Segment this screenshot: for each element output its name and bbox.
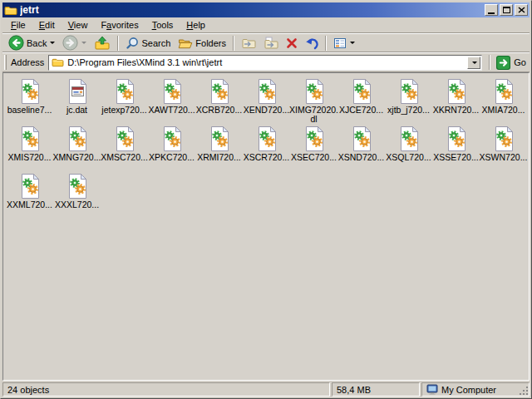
file-label: XXXL720... — [55, 200, 99, 209]
file-item[interactable]: XXML720... — [6, 173, 53, 220]
back-button[interactable]: Back — [5, 34, 58, 52]
go-button[interactable] — [496, 56, 510, 70]
object-count-text: 24 objects — [7, 385, 49, 395]
back-dropdown-caret[interactable] — [50, 42, 55, 44]
forward-icon — [62, 35, 78, 51]
file-item[interactable]: XEND720... — [243, 78, 290, 126]
file-item[interactable]: XSSE720... — [432, 126, 480, 173]
address-bar-grip[interactable] — [4, 55, 7, 70]
file-label: XSEC720... — [291, 153, 337, 162]
dll-file-icon — [301, 78, 328, 105]
file-label: xjtb_j720... — [387, 106, 430, 115]
close-button[interactable] — [515, 4, 528, 16]
search-button[interactable]: Search — [122, 34, 174, 52]
delete-icon — [286, 37, 298, 49]
back-label: Back — [27, 38, 47, 48]
dll-file-icon — [254, 78, 280, 105]
views-dropdown-caret[interactable] — [350, 42, 355, 44]
chevron-down-icon — [472, 62, 477, 64]
file-item[interactable]: XXXL720... — [53, 173, 101, 220]
dll-file-icon — [396, 126, 422, 152]
undo-button[interactable] — [302, 34, 322, 52]
forward-dropdown-caret[interactable] — [81, 42, 86, 44]
file-item[interactable]: XSCR720... — [243, 126, 290, 173]
file-item[interactable]: XIMG72020. dl — [290, 78, 337, 126]
file-label: XCRB720... — [196, 106, 242, 115]
file-item[interactable]: XSWN720... — [480, 126, 527, 173]
dll-file-icon — [206, 126, 233, 152]
status-location: My Computer — [421, 382, 530, 397]
go-label: Go — [514, 57, 526, 67]
menu-file[interactable]: File — [4, 18, 32, 32]
file-label: XPKC720... — [149, 153, 195, 162]
resize-grip[interactable] — [519, 386, 529, 396]
file-item[interactable]: jetexp720... — [101, 78, 148, 126]
file-item[interactable]: XRMI720... — [195, 126, 243, 173]
forward-button[interactable] — [59, 34, 90, 52]
file-item[interactable]: XMIS720... — [6, 126, 53, 173]
file-item[interactable]: XPKC720... — [148, 126, 195, 173]
address-input[interactable]: D:\Program Files\XMind 3.1 win\rt\jetrt — [48, 55, 482, 71]
file-label: XMIA720... — [482, 106, 525, 115]
file-item[interactable]: XCRB720... — [195, 78, 243, 126]
file-item[interactable]: XSQL720... — [385, 126, 432, 173]
dll-file-icon — [17, 78, 43, 105]
toolbar-separator — [233, 36, 234, 51]
file-label: XSND720... — [338, 153, 384, 162]
up-button[interactable] — [91, 34, 114, 52]
size-text: 58,4 MB — [337, 385, 371, 395]
dll-file-icon — [206, 78, 233, 105]
menu-favorites[interactable]: Favorites — [94, 18, 145, 32]
dll-file-icon — [348, 126, 375, 152]
address-bar: Address D:\Program Files\XMind 3.1 win\r… — [2, 52, 530, 72]
folders-label: Folders — [195, 38, 226, 48]
toolbar-separator — [117, 36, 119, 51]
views-button[interactable] — [330, 34, 358, 52]
file-item[interactable]: XSEC720... — [290, 126, 337, 173]
file-label: XSWN720... — [480, 153, 528, 162]
address-dropdown-button[interactable] — [467, 57, 480, 69]
file-label: XIMG72020. dl — [289, 106, 338, 124]
file-item[interactable]: XSND720... — [337, 126, 385, 173]
maximize-button[interactable] — [500, 4, 513, 16]
folders-button[interactable]: Folders — [175, 34, 229, 52]
copy-to-button[interactable] — [260, 34, 282, 52]
minimize-button[interactable] — [485, 4, 498, 16]
back-icon — [8, 35, 24, 51]
file-item[interactable]: XMNG720... — [53, 126, 101, 173]
delete-button[interactable] — [283, 34, 301, 52]
menu-tools[interactable]: Tools — [145, 18, 180, 32]
file-label: XSSE720... — [433, 153, 478, 162]
copy-to-icon — [264, 37, 278, 50]
title-bar[interactable]: jetrt — [2, 2, 530, 17]
file-item[interactable]: jc.dat — [53, 78, 101, 126]
dll-file-icon — [111, 78, 138, 105]
status-bar: 24 objects 58,4 MB My Computer — [2, 381, 530, 397]
toolbar-separator — [325, 36, 327, 51]
file-label: baseline7... — [7, 106, 52, 115]
dll-file-icon — [443, 78, 470, 105]
file-item[interactable]: XMSC720... — [101, 126, 148, 173]
folders-icon — [178, 37, 193, 49]
status-object-count: 24 objects — [2, 382, 330, 397]
file-item[interactable]: baseline7... — [6, 78, 53, 126]
file-item[interactable]: XAWT720... — [148, 78, 195, 126]
file-item[interactable]: XKRN720... — [432, 78, 480, 126]
search-icon — [126, 37, 139, 50]
location-text: My Computer — [441, 385, 496, 395]
file-label: XRMI720... — [197, 153, 241, 162]
up-folder-icon — [94, 36, 111, 51]
move-to-button[interactable] — [238, 34, 259, 52]
file-label: XEND720... — [244, 106, 289, 115]
minimize-icon — [488, 12, 495, 14]
status-size: 58,4 MB — [332, 382, 420, 397]
menu-view[interactable]: View — [62, 18, 95, 32]
dll-file-icon — [17, 126, 43, 152]
file-item[interactable]: XMIA720... — [480, 78, 527, 126]
dll-file-icon — [348, 78, 375, 105]
menu-help[interactable]: Help — [180, 18, 212, 32]
content-area[interactable]: baseline7...jc.datjetexp720...XAWT720...… — [2, 72, 530, 381]
file-item[interactable]: xjtb_j720... — [385, 78, 432, 126]
file-item[interactable]: XJCE720... — [337, 78, 385, 126]
menu-edit[interactable]: Edit — [32, 18, 62, 32]
